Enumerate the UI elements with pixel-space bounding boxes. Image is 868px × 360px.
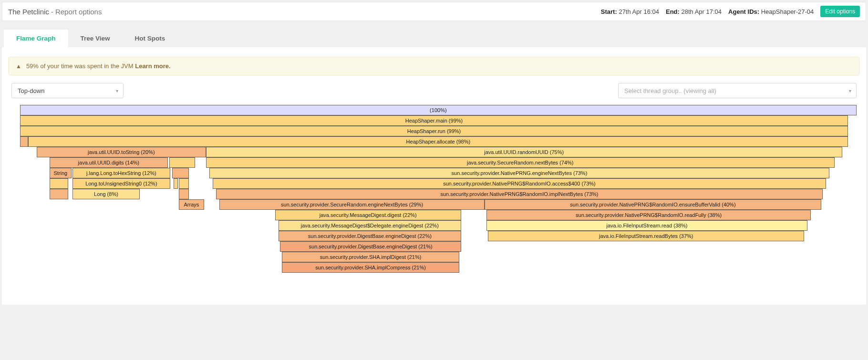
flame-frame[interactable]: java.util.UUID.toString (20%) [37, 147, 206, 157]
tab-bar: Flame Graph Tree View Hot Spots [2, 21, 866, 47]
flame-frame[interactable] [179, 178, 189, 189]
report-title[interactable]: The Petclinic [8, 8, 49, 16]
flame-frame[interactable]: java.util.UUID.digits (14%) [50, 157, 168, 168]
alert-text: 59% of your time was spent in the JVM [26, 62, 135, 70]
flame-frame[interactable]: java.security.SecureRandom.nextBytes (74… [206, 157, 835, 168]
flame-frame[interactable]: String [50, 168, 72, 178]
title-separator: - [51, 8, 53, 16]
flame-frame[interactable]: sun.security.provider.DigestBase.engineD… [280, 241, 461, 252]
tab-flame-graph[interactable]: Flame Graph [4, 30, 68, 47]
flame-frame[interactable] [172, 168, 189, 178]
flame-frame[interactable] [20, 136, 29, 147]
flame-frame[interactable]: sun.security.provider.NativePRNG$RandomI… [486, 210, 811, 220]
flame-frame[interactable]: HeapShaper.main (99%) [20, 115, 848, 126]
flame-frame[interactable]: (100%) [20, 105, 857, 115]
flame-frame[interactable]: sun.security.provider.SHA.implCompress (… [282, 262, 459, 273]
flame-frame[interactable]: sun.security.provider.SHA.implDigest (21… [282, 252, 459, 262]
report-subtitle: Report options [55, 8, 102, 16]
flame-graph[interactable]: (100%)HeapShaper.main (99%)HeapShaper.ru… [9, 105, 859, 273]
flame-frame[interactable]: java.io.FileInputStream.readBytes (37%) [488, 231, 804, 241]
flame-frame[interactable]: sun.security.provider.SecureRandom.engin… [219, 199, 485, 210]
chevron-down-icon: ▾ [116, 88, 118, 93]
flame-frame[interactable] [174, 178, 178, 189]
flame-frame[interactable]: HeapShaper.run (99%) [20, 126, 848, 136]
flame-frame[interactable]: Long.toUnsignedString0 (12%) [72, 178, 171, 189]
thread-group-select[interactable]: Select thread group.. (viewing all) ▾ [618, 83, 857, 98]
flame-frame[interactable]: j.lang.Long.toHexString (12%) [72, 168, 171, 178]
tab-hot-spots[interactable]: Hot Spots [123, 30, 178, 47]
flame-frame[interactable]: HeapShaper.allocate (98%) [28, 136, 848, 147]
flame-frame[interactable]: Long (8%) [72, 189, 140, 199]
edit-options-button[interactable]: Edit options [820, 6, 860, 17]
flame-frame[interactable]: Arrays [179, 199, 204, 210]
jvm-time-alert: ▲ 59% of your time was spent in the JVM … [9, 57, 859, 75]
agent-ids: Agent IDs: HeapShaper-27-04 [728, 8, 814, 15]
chevron-down-icon: ▾ [849, 88, 851, 93]
flame-frame[interactable]: sun.security.provider.NativePRNG.engineN… [209, 168, 830, 178]
flame-frame[interactable]: java.io.FileInputStream.read (38%) [486, 220, 807, 231]
flame-frame[interactable] [169, 157, 195, 168]
tab-tree-view[interactable]: Tree View [68, 30, 123, 47]
alert-learn-more-link[interactable]: Learn more. [135, 62, 170, 70]
flame-frame[interactable]: sun.security.provider.NativePRNG$RandomI… [485, 199, 821, 210]
end-time: End: 28th Apr 17:04 [666, 8, 722, 15]
direction-select[interactable]: Top-down ▾ [11, 83, 124, 98]
flame-frame[interactable] [179, 189, 189, 199]
report-header: The Petclinic - Report options Start: 27… [2, 2, 866, 21]
flame-frame[interactable]: java.security.MessageDigest$Delegate.eng… [279, 220, 461, 231]
flame-frame[interactable]: sun.security.provider.NativePRNG$RandomI… [213, 178, 826, 189]
flame-frame[interactable] [50, 189, 68, 199]
flame-frame[interactable]: sun.security.provider.DigestBase.engineD… [279, 231, 461, 241]
flame-frame[interactable] [50, 178, 68, 189]
tab-panel: ▲ 59% of your time was spent in the JVM … [2, 47, 866, 305]
flame-frame[interactable]: sun.security.provider.NativePRNG$RandomI… [216, 189, 823, 199]
warning-icon: ▲ [16, 63, 21, 70]
start-time: Start: 27th Apr 16:04 [601, 8, 659, 15]
flame-frame[interactable]: java.util.UUID.randomUUID (75%) [206, 147, 842, 157]
flame-frame[interactable]: java.security.MessageDigest.digest (22%) [275, 210, 461, 220]
